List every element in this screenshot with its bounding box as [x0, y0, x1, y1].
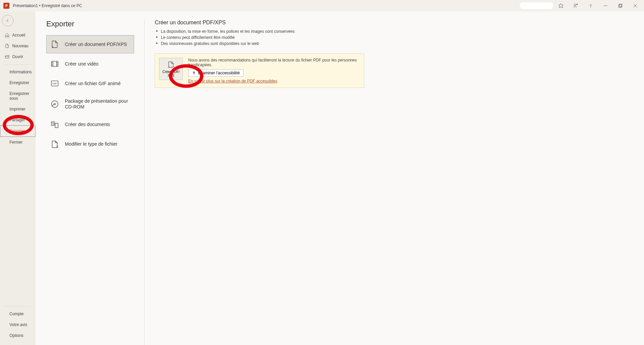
sidebar-label: Exporter — [9, 129, 25, 133]
export-option-pdf[interactable]: Créer un document PDF/XPS — [46, 35, 134, 53]
titlebar: P Présentation1 • Enregistré dans ce PC — [0, 0, 644, 11]
detail-bullets: La disposition, la mise en forme, les po… — [155, 28, 630, 47]
close-button[interactable] — [628, 0, 643, 11]
detail-bullet: La disposition, la mise en forme, les po… — [161, 28, 630, 34]
title-left: P Présentation1 • Enregistré dans ce PC — [1, 3, 82, 9]
svg-rect-8 — [51, 61, 58, 66]
create-pdf-button[interactable]: Créer PDF/ XPS — [159, 58, 183, 80]
sidebar-divider — [4, 64, 31, 65]
svg-point-2 — [591, 7, 591, 7]
home-icon — [5, 33, 9, 38]
back-button[interactable] — [2, 15, 14, 26]
sidebar-label: Informations — [9, 70, 32, 74]
examine-label: Examiner l'accessibilité — [198, 71, 240, 75]
export-option-label: Créer une vidéo — [65, 61, 99, 67]
gif-icon: GIF — [50, 79, 59, 88]
page-title: Exporter — [46, 20, 144, 28]
export-option-label: Créer un document PDF/XPS — [65, 42, 127, 47]
sidebar-label: Fermer — [9, 140, 23, 145]
notifications-icon[interactable] — [568, 0, 583, 11]
svg-rect-14 — [55, 123, 58, 127]
export-option-handouts[interactable]: Créer des documents — [46, 116, 134, 134]
svg-text:GIF: GIF — [53, 82, 57, 85]
title-right — [520, 0, 643, 11]
save-state: Enregistré dans ce PC — [42, 3, 82, 8]
pdf-icon — [50, 40, 59, 49]
svg-rect-13 — [51, 122, 54, 125]
info-text: Nous avons des recommandations qui facil… — [188, 58, 358, 67]
learn-more-link[interactable]: En savoir plus sur la création de PDF ac… — [188, 79, 277, 83]
sidebar-item-print[interactable]: Imprimer — [0, 104, 35, 115]
sidebar-item-account[interactable]: Compte — [0, 309, 35, 319]
export-pdf-icon — [167, 61, 175, 69]
main: Accueil Nouveau Ouvrir Informations Enre… — [0, 11, 644, 345]
examine-accessibility-button[interactable]: Examiner l'accessibilité — [188, 69, 244, 77]
export-option-gif[interactable]: GIF Créer un fichier GIF animé — [46, 74, 134, 93]
user-badge[interactable] — [520, 2, 553, 9]
sidebar-divider — [4, 306, 31, 306]
sidebar-item-save[interactable]: Enregistrer — [0, 77, 35, 88]
sidebar-item-export[interactable]: Exporter — [0, 125, 35, 137]
filetype-icon — [50, 140, 59, 149]
export-option-cdrom[interactable]: Package de présentation pour CD-ROM — [46, 94, 134, 114]
sidebar-label: Accueil — [12, 33, 25, 38]
detail-bullet: Des visionneuses gratuites sont disponib… — [161, 41, 630, 47]
sidebar-label: Options — [9, 333, 23, 338]
sidebar-label: Enregistrer — [9, 80, 29, 85]
sidebar-label: Votre avis — [9, 322, 27, 327]
svg-rect-5 — [619, 4, 622, 7]
sidebar-item-new[interactable]: Nouveau — [0, 41, 35, 51]
handouts-icon — [50, 120, 59, 129]
doc-name: Présentation1 — [13, 3, 38, 8]
minimize-button[interactable] — [598, 0, 613, 11]
svg-point-15 — [194, 72, 194, 72]
export-option-filetype[interactable]: Modifier le type de fichier — [46, 135, 134, 153]
export-option-label: Package de présentation pour CD-ROM — [65, 98, 130, 110]
help-icon[interactable] — [583, 0, 598, 11]
svg-point-11 — [51, 101, 58, 107]
svg-rect-4 — [619, 5, 621, 7]
sidebar-item-home[interactable]: Accueil — [0, 30, 35, 41]
export-option-label: Créer des documents — [65, 122, 110, 127]
sidebar-label: Ouvrir — [12, 54, 23, 59]
sidebar-label: Nouveau — [12, 44, 28, 48]
premium-icon[interactable] — [553, 0, 568, 11]
sidebar-item-open[interactable]: Ouvrir — [0, 51, 35, 62]
content: Exporter Créer un document PDF/XPS Créer… — [35, 11, 644, 345]
sidebar-item-share[interactable]: Partager — [0, 115, 35, 125]
sidebar-label: Imprimer — [9, 107, 25, 112]
create-pdf-label1: Créer PDF/ — [163, 70, 180, 74]
doc-title: Présentation1 • Enregistré dans ce PC — [13, 3, 82, 8]
export-option-label: Créer un fichier GIF animé — [65, 81, 121, 87]
sidebar-item-options[interactable]: Options — [0, 330, 35, 341]
sidebar: Accueil Nouveau Ouvrir Informations Enre… — [0, 11, 35, 345]
left-column: Exporter Créer un document PDF/XPS Créer… — [46, 20, 144, 345]
detail-heading: Créer un document PDF/XPS — [155, 20, 630, 26]
sidebar-item-feedback[interactable]: Votre avis — [0, 319, 35, 330]
sidebar-label: Enregistrer sous — [9, 91, 35, 101]
sidebar-bottom: Compte Votre avis Options — [0, 309, 35, 345]
svg-point-0 — [574, 4, 576, 6]
sidebar-item-close[interactable]: Fermer — [0, 137, 35, 148]
accessibility-info-box: Créer PDF/ XPS Nous avons des recommanda… — [155, 53, 364, 88]
sidebar-item-saveas[interactable]: Enregistrer sous — [0, 88, 35, 104]
export-option-video[interactable]: Créer une vidéo — [46, 55, 134, 73]
detail-bullet: Le contenu peut difficilement être modif… — [161, 34, 630, 41]
accessibility-icon — [192, 71, 196, 75]
sidebar-item-info[interactable]: Informations — [0, 67, 35, 77]
sidebar-label: Partager — [9, 118, 25, 122]
svg-point-1 — [577, 4, 578, 5]
create-pdf-label2: XPS — [168, 74, 174, 77]
detail-pane: Créer un document PDF/XPS La disposition… — [144, 20, 644, 345]
open-icon — [5, 54, 9, 59]
maximize-button[interactable] — [613, 0, 628, 11]
info-body: Nous avons des recommandations qui facil… — [188, 58, 358, 83]
video-icon — [50, 59, 59, 69]
new-icon — [5, 44, 9, 48]
powerpoint-icon: P — [3, 3, 9, 9]
cdrom-icon — [50, 99, 59, 109]
svg-point-12 — [54, 103, 55, 105]
export-option-list: Créer un document PDF/XPS Créer une vidé… — [46, 35, 134, 153]
export-option-label: Modifier le type de fichier — [65, 141, 118, 147]
sidebar-label: Compte — [9, 312, 24, 316]
